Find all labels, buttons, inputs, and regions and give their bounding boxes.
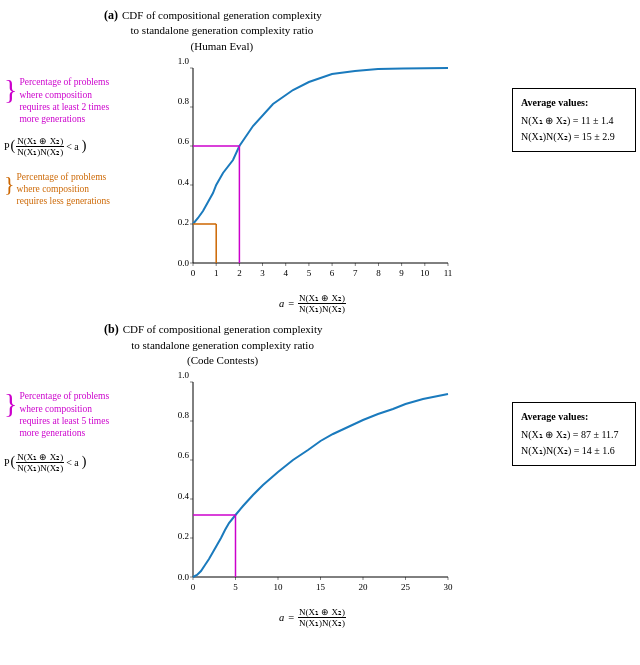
- panel-a-magenta: Percentage of problems where composition…: [19, 76, 119, 125]
- svg-text:5: 5: [306, 268, 311, 278]
- panel-a-right: Average values: N(X₁ ⊕ X₂) = 11 ± 1.4 N(…: [506, 58, 636, 314]
- panel-a-avg2: N(X₁)N(X₂) = 15 ± 2.9: [521, 129, 627, 145]
- magenta-brace-b: }: [4, 390, 17, 418]
- panel-b-header: (b) CDF of compositional generation comp…: [4, 322, 636, 372]
- svg-text:5: 5: [233, 582, 238, 592]
- panel-b: (b) CDF of compositional generation comp…: [4, 322, 636, 628]
- svg-text:0: 0: [190, 582, 195, 592]
- svg-text:0.0: 0.0: [177, 572, 189, 582]
- svg-text:0.6: 0.6: [177, 136, 189, 146]
- svg-text:0.2: 0.2: [177, 217, 188, 227]
- svg-text:15: 15: [316, 582, 326, 592]
- svg-text:3: 3: [260, 268, 265, 278]
- svg-text:10: 10: [273, 582, 283, 592]
- svg-text:0.4: 0.4: [177, 177, 189, 187]
- magenta-brace-a: }: [4, 76, 17, 104]
- panel-a-body: } Percentage of problems where compositi…: [4, 58, 636, 314]
- svg-text:8: 8: [376, 268, 381, 278]
- panel-a-xlabel: a = N(X₁ ⊕ X₂) N(X₁)N(X₂): [279, 293, 346, 314]
- svg-text:30: 30: [443, 582, 453, 592]
- panel-a: (a) CDF of compositional generation comp…: [4, 8, 636, 314]
- panel-b-title: CDF of compositional generation complexi…: [123, 322, 323, 368]
- svg-text:0.6: 0.6: [177, 450, 189, 460]
- panel-b-avgbox: Average values: N(X₁ ⊕ X₂) = 87 ± 11.7 N…: [512, 402, 636, 466]
- panel-b-chart: 0.0 0.2 0.4 0.6 0.8 1.0: [119, 372, 506, 628]
- svg-text:1.0: 1.0: [177, 372, 189, 380]
- panel-b-left: } Percentage of problems where compositi…: [4, 372, 119, 628]
- svg-text:4: 4: [283, 268, 288, 278]
- panel-b-svg: 0.0 0.2 0.4 0.6 0.8 1.0: [158, 372, 468, 612]
- panel-a-formula: P ( N(X₁ ⊕ X₂) N(X₁)N(X₂) < a ): [4, 136, 119, 157]
- svg-text:25: 25: [401, 582, 411, 592]
- panel-a-header: (a) CDF of compositional generation comp…: [4, 8, 636, 58]
- panel-b-body: } Percentage of problems where compositi…: [4, 372, 636, 628]
- panel-b-avg1: N(X₁ ⊕ X₂) = 87 ± 11.7: [521, 427, 627, 443]
- panel-a-avg-title: Average values:: [521, 95, 627, 111]
- svg-text:0.2: 0.2: [177, 531, 188, 541]
- panel-a-svg: 0.0 0.2 0.4 0.6 0.8 1.0: [158, 58, 468, 298]
- svg-text:0.4: 0.4: [177, 491, 189, 501]
- svg-text:6: 6: [329, 268, 334, 278]
- svg-text:1: 1: [213, 268, 218, 278]
- panel-a-title: CDF of compositional generation complexi…: [122, 8, 322, 54]
- orange-brace-a: }: [4, 173, 15, 195]
- svg-text:2: 2: [237, 268, 242, 278]
- svg-text:9: 9: [399, 268, 404, 278]
- panel-a-avgbox: Average values: N(X₁ ⊕ X₂) = 11 ± 1.4 N(…: [512, 88, 636, 152]
- svg-text:0: 0: [190, 268, 195, 278]
- panel-a-label: (a): [104, 8, 118, 23]
- svg-text:11: 11: [443, 268, 452, 278]
- panel-b-avg-title: Average values:: [521, 409, 627, 425]
- panel-b-right: Average values: N(X₁ ⊕ X₂) = 87 ± 11.7 N…: [506, 372, 636, 628]
- panel-a-avg1: N(X₁ ⊕ X₂) = 11 ± 1.4: [521, 113, 627, 129]
- panel-a-chart: 0.0 0.2 0.4 0.6 0.8 1.0: [119, 58, 506, 314]
- svg-text:1.0: 1.0: [177, 58, 189, 66]
- panel-b-label: (b): [104, 322, 119, 337]
- svg-text:0.8: 0.8: [177, 410, 189, 420]
- panel-b-xlabel: a = N(X₁ ⊕ X₂) N(X₁)N(X₂): [279, 607, 346, 628]
- panel-b-formula: P ( N(X₁ ⊕ X₂) N(X₁)N(X₂) < a ): [4, 452, 119, 473]
- svg-text:10: 10: [420, 268, 430, 278]
- svg-text:0.8: 0.8: [177, 96, 189, 106]
- panel-a-orange: Percentage of problems where composition…: [17, 171, 119, 208]
- panel-a-left: } Percentage of problems where compositi…: [4, 58, 119, 314]
- svg-text:7: 7: [353, 268, 358, 278]
- svg-text:0.0: 0.0: [177, 258, 189, 268]
- page: (a) CDF of compositional generation comp…: [0, 0, 640, 665]
- panel-b-avg2: N(X₁)N(X₂) = 14 ± 1.6: [521, 443, 627, 459]
- svg-text:20: 20: [358, 582, 368, 592]
- panel-b-magenta: Percentage of problems where composition…: [19, 390, 119, 439]
